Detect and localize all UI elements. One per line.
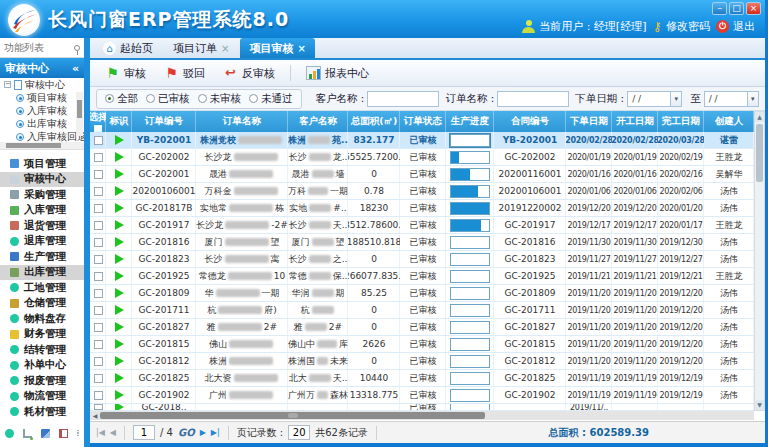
scroll-left-icon[interactable]: ◀ bbox=[90, 412, 100, 419]
sidebar-item-报废管理[interactable]: 报废管理 bbox=[0, 373, 84, 389]
page-size-input[interactable] bbox=[288, 425, 310, 440]
row-checkbox[interactable] bbox=[94, 255, 103, 264]
go-button[interactable]: GO bbox=[178, 427, 195, 438]
table-row[interactable]: GC-201817B 实地常栋 实地#.. 18230 已审核 20191220… bbox=[90, 200, 754, 217]
grid-horizontal-scrollbar[interactable]: ◀ bbox=[90, 411, 754, 420]
chevron-down-icon[interactable]: ▾ bbox=[671, 91, 682, 107]
toolbar-button[interactable]: 审核 bbox=[98, 64, 153, 83]
row-checkbox[interactable] bbox=[94, 187, 103, 196]
sidebar-item-退库管理[interactable]: 退库管理 bbox=[0, 234, 84, 250]
row-checkbox[interactable] bbox=[94, 153, 103, 162]
tree-horizontal-scrollbar[interactable] bbox=[0, 142, 84, 149]
last-page-button[interactable]: ▶| bbox=[211, 428, 220, 437]
first-page-button[interactable]: |◀ bbox=[96, 428, 105, 437]
tab-close-icon[interactable]: × bbox=[297, 43, 305, 54]
table-row[interactable]: GC-201902 广州 广州万森林 13318.775 已审核 GC-2019… bbox=[90, 387, 754, 404]
tree-item[interactable]: 项目审核 bbox=[0, 91, 84, 104]
book-icon[interactable] bbox=[59, 429, 68, 438]
grid-header-cell[interactable]: 创建人 bbox=[704, 111, 754, 132]
table-row[interactable]: GC-201815 佛山 佛山中库 2626 已审核 GC-201815 201… bbox=[90, 336, 754, 353]
tree-item[interactable]: 出库审核 bbox=[0, 117, 84, 130]
grid-header-cell[interactable]: 选择 bbox=[90, 111, 106, 132]
scroll-up-icon[interactable]: ▲ bbox=[755, 112, 764, 122]
more-icon[interactable]: ⁞ bbox=[77, 429, 80, 438]
pin-icon[interactable] bbox=[74, 45, 80, 51]
table-row[interactable]: GC-201827 雅2# 雅2# 0 已审核 GC-201827 2019/1… bbox=[90, 319, 754, 336]
row-checkbox[interactable] bbox=[94, 238, 103, 247]
module-dot-icon[interactable] bbox=[5, 429, 14, 438]
sidebar-item-生产管理[interactable]: 生产管理 bbox=[0, 249, 84, 265]
sidebar-item-物流管理[interactable]: 物流管理 bbox=[0, 389, 84, 405]
change-password-button[interactable]: ⚷ 修改密码 bbox=[652, 19, 710, 34]
row-checkbox[interactable] bbox=[94, 289, 103, 298]
table-row[interactable]: GC-201823 长沙寓 长沙之.. 0 已审核 GC-201823 2019… bbox=[90, 251, 754, 268]
next-page-button[interactable]: ▶ bbox=[200, 428, 206, 437]
toolbar-button[interactable]: 驳回 bbox=[157, 64, 212, 83]
tab-close-icon[interactable]: × bbox=[221, 43, 229, 54]
chevron-down-icon[interactable]: ▾ bbox=[748, 91, 759, 107]
grid-header-cell[interactable]: 开工日期 bbox=[612, 111, 658, 132]
sidebar-item-采购管理[interactable]: 采购管理 bbox=[0, 187, 84, 203]
row-checkbox[interactable] bbox=[94, 391, 103, 400]
grid-header-cell[interactable]: 总面积(㎡) bbox=[348, 111, 400, 132]
toolbar-button[interactable]: 反审核 bbox=[216, 64, 282, 83]
grid-header-cell[interactable]: 订单名称 bbox=[196, 111, 288, 132]
sidebar-item-出库管理[interactable]: 出库管理 bbox=[0, 265, 84, 281]
grid-header-cell[interactable]: 订单编号 bbox=[132, 111, 196, 132]
sidebar-item-退货管理[interactable]: 退货管理 bbox=[0, 218, 84, 234]
sidebar-item-财务管理[interactable]: 财务管理 bbox=[0, 327, 84, 343]
tree-vertical-scrollbar[interactable] bbox=[76, 92, 83, 136]
function-search-input[interactable] bbox=[4, 42, 74, 53]
grid-header-cell[interactable]: 下单日期 bbox=[566, 111, 612, 132]
grid-header-cell[interactable]: 生产进度 bbox=[446, 111, 494, 132]
sidebar-item-项目管理[interactable]: 项目管理 bbox=[0, 156, 84, 172]
row-checkbox[interactable] bbox=[94, 204, 103, 213]
status-radio[interactable]: 已审核 bbox=[146, 92, 190, 106]
tab-项目审核[interactable]: ⌂ 项目审核 × bbox=[240, 38, 314, 58]
minimize-button[interactable]: － bbox=[712, 2, 727, 15]
maximize-button[interactable]: □ bbox=[729, 2, 744, 15]
status-radio[interactable]: 全部 bbox=[105, 92, 138, 106]
table-row[interactable]: GC-202002 长沙龙 长沙龙.. 65525.7200.. 已审核 GC-… bbox=[90, 149, 754, 166]
row-checkbox[interactable] bbox=[94, 357, 103, 366]
tree-item[interactable]: 入库审核 bbox=[0, 104, 84, 117]
grid-header-cell[interactable]: 订单状态 bbox=[400, 111, 446, 132]
sidebar-item-补单中心[interactable]: 补单中心 bbox=[0, 358, 84, 374]
row-checkbox[interactable] bbox=[94, 323, 103, 332]
table-row[interactable]: GC-202001 晟港 晟港墙 0 已审核 20200116001 2020/… bbox=[90, 166, 754, 183]
scroll-down-icon[interactable]: ▼ bbox=[755, 400, 764, 410]
order-date-value[interactable]: / / bbox=[627, 91, 671, 107]
sidebar-item-结转管理[interactable]: 结转管理 bbox=[0, 342, 84, 358]
row-checkbox[interactable] bbox=[94, 340, 103, 349]
table-row[interactable]: GC-201925 常德龙10 常德保.. 266077.835.. 已审核 G… bbox=[90, 268, 754, 285]
row-checkbox[interactable] bbox=[94, 221, 103, 230]
sidebar-item-仓储管理[interactable]: 仓储管理 bbox=[0, 296, 84, 312]
table-row[interactable]: YB-202001 株洲党校 株洲苑.. 832.177 已审核 YB-2020… bbox=[90, 132, 754, 149]
grid-header-cell[interactable]: 合同编号 bbox=[494, 111, 566, 132]
sidebar-item-物料盘存[interactable]: 物料盘存 bbox=[0, 311, 84, 327]
tree-collapse-icon[interactable]: − bbox=[4, 81, 11, 88]
table-row[interactable]: GC-2018.. 已审核 2019/11/.. bbox=[90, 404, 754, 411]
grid-header-cell[interactable]: 客户名称 bbox=[288, 111, 348, 132]
table-row[interactable]: GC-201812 株洲 株洲国未来 0 已审核 GC-201812 2019/… bbox=[90, 353, 754, 370]
select-all-checkbox[interactable] bbox=[94, 125, 102, 132]
status-radio[interactable]: 未审核 bbox=[198, 92, 242, 106]
order-name-input[interactable] bbox=[497, 91, 569, 107]
customer-name-input[interactable] bbox=[367, 91, 439, 107]
row-checkbox[interactable] bbox=[94, 404, 103, 410]
cart-icon[interactable] bbox=[23, 429, 32, 438]
table-row[interactable]: GC-201917 长沙龙-2# 长沙天.. 8512.78600.. 已审核 … bbox=[90, 217, 754, 234]
tab-起始页[interactable]: ⌂ 起始页 × bbox=[94, 38, 162, 58]
logout-button[interactable]: ⏻ 退出 bbox=[716, 19, 755, 34]
brush-icon[interactable] bbox=[41, 429, 50, 438]
collapse-icon[interactable]: « bbox=[72, 62, 79, 75]
sidebar-item-耗材管理[interactable]: 耗材管理 bbox=[0, 404, 84, 420]
table-row[interactable]: 20200106001 万科金 万科一期 0.78 已审核 2020010600… bbox=[90, 183, 754, 200]
toolbar-button[interactable]: 报表中心 bbox=[299, 64, 376, 83]
vertical-scroll-thumb[interactable] bbox=[756, 124, 763, 182]
row-checkbox[interactable] bbox=[94, 306, 103, 315]
row-checkbox[interactable] bbox=[94, 374, 103, 383]
horizontal-scroll-thumb[interactable] bbox=[100, 412, 485, 419]
table-row[interactable]: GC-201825 北大资 北大天.. 10440 已审核 GC-201825 … bbox=[90, 370, 754, 387]
grid-vertical-scrollbar[interactable]: ▲ ▼ bbox=[754, 111, 765, 411]
